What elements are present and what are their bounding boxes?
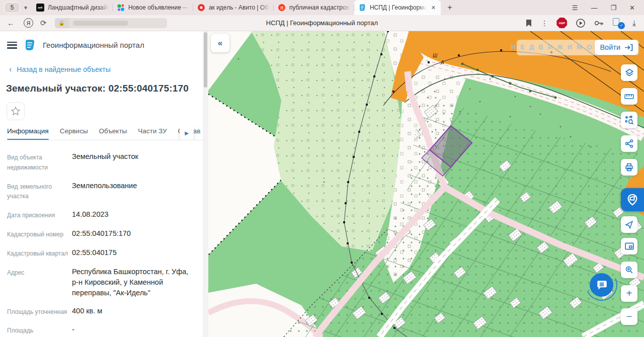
address-bar[interactable] xyxy=(69,18,167,28)
attribute-label: Кадастровый номер xyxy=(7,228,72,240)
attribute-label: Вид объекта недвижимости xyxy=(7,151,72,173)
attribute-list: Вид объекта недвижимости Земельный участ… xyxy=(0,140,203,337)
chevron-down-icon[interactable]: ▼ xyxy=(23,5,28,11)
yandex-home-icon[interactable]: Я xyxy=(24,18,33,28)
attribute-row: Кадастровый квартал 02:55:040175 xyxy=(7,247,196,259)
measure-button[interactable] xyxy=(621,88,637,105)
attribute-value: Республика Башкортостан, г. Уфа, р-н Кир… xyxy=(72,267,196,298)
attribute-value: Земельный участок xyxy=(72,151,138,173)
zoom-out-button[interactable]: − xyxy=(621,308,637,325)
attribute-row: Вид объекта недвижимости Земельный участ… xyxy=(7,151,196,173)
tab-close-icon[interactable]: ✕ xyxy=(430,5,437,11)
adblock-abp-icon[interactable]: ABP xyxy=(556,18,567,28)
tab-label: Новое объявление — Об xyxy=(128,4,189,11)
tab-counter[interactable]: 5 ▼ xyxy=(4,2,32,13)
scrollbar-thumb[interactable] xyxy=(204,32,207,88)
panel-tab-strip: Информация Сервисы Объекты Части ЗУ Сост… xyxy=(7,127,203,140)
attribute-row: Адрес Республика Башкортостан, г. Уфа, р… xyxy=(7,267,196,298)
nspd-logo-icon xyxy=(24,39,36,51)
attribute-row: Вид земельного участка Землепользование xyxy=(7,181,196,202)
cadastral-map[interactable]: Ш А xyxy=(208,31,644,337)
search-on-map-button[interactable] xyxy=(621,262,637,278)
browser-toolbar: ← Я ⟳ 🔒 НСПД | Геоинформационный портал … xyxy=(0,15,644,31)
back-icon[interactable]: ← xyxy=(7,19,15,27)
browser-tab[interactable]: anfi Ландшафтный дизайн | О ✕ xyxy=(32,0,113,15)
minimize-button[interactable]: — xyxy=(591,4,597,12)
protect-check-icon[interactable]: ✓ xyxy=(613,18,624,28)
attribute-value: - xyxy=(72,324,74,337)
login-arrow-icon xyxy=(624,44,633,51)
browser-menu-icon[interactable]: ☰ xyxy=(572,4,578,12)
tab-label: публичная кадастровая к xyxy=(289,4,350,11)
restore-button[interactable]: ❐ xyxy=(610,4,616,12)
browser-tab[interactable]: НСПД | Геоинформаци ✕ xyxy=(354,0,441,15)
feedback-pin-button[interactable] xyxy=(621,188,644,211)
browser-tab[interactable]: Я публичная кадастровая к ✕ xyxy=(274,0,354,15)
refresh-icon[interactable]: ⟳ xyxy=(40,19,47,28)
zoom-in-button[interactable]: + xyxy=(621,285,637,302)
video-play-icon[interactable] xyxy=(576,18,586,28)
chat-button[interactable] xyxy=(590,273,613,297)
locate-arrow-icon xyxy=(625,220,633,229)
attribute-label: Кадастровый квартал xyxy=(7,247,72,259)
attribute-label: Дата присвоения xyxy=(7,209,72,221)
map-pin-doc-icon xyxy=(626,194,638,206)
key-icon[interactable] xyxy=(594,20,604,27)
browser-window: 5 ▼ anfi Ландшафтный дизайн | О ✕ Новое … xyxy=(0,0,644,337)
panel-tab-0[interactable]: Информация xyxy=(7,127,49,135)
attribute-row: Кадастровый номер 02:55:040175:170 xyxy=(7,228,196,240)
parcel-title: Земельный участок: 02:55:040175:170 xyxy=(6,83,196,94)
info-panel: Геоинформационный портал ‹ Назад в найде… xyxy=(0,31,203,337)
panel-tab-1[interactable]: Сервисы xyxy=(60,127,88,135)
attribute-value: 14.08.2023 xyxy=(72,209,109,221)
attribute-value: 02:55:040175 xyxy=(72,247,117,259)
tab-label: ак идель - Авито | Объяв xyxy=(209,4,270,11)
browser-tab[interactable]: ак идель - Авито | Объяв ✕ xyxy=(193,0,274,15)
tab-label: НСПД | Геоинформаци xyxy=(370,4,427,11)
panel-scrollbar[interactable] xyxy=(203,31,208,337)
attribute-value: 400 кв. м xyxy=(72,306,102,317)
layers-button[interactable] xyxy=(621,64,637,81)
polygon-search-button[interactable] xyxy=(621,112,637,128)
chevron-left-icon: ‹ xyxy=(9,65,12,74)
search-pin-icon xyxy=(625,266,633,274)
tab-counter-badge[interactable]: 5 xyxy=(4,2,20,13)
polygon-search-icon xyxy=(625,116,634,125)
login-button[interactable]: Войти xyxy=(595,40,638,55)
favorite-star-button[interactable] xyxy=(7,102,25,120)
browser-tab[interactable]: Новое объявление — Об ✕ xyxy=(113,0,193,15)
minimap-button[interactable] xyxy=(621,238,637,255)
chat-bubble-icon xyxy=(595,279,608,292)
back-to-results-link[interactable]: ‹ Назад в найденные объекты xyxy=(9,65,196,74)
panel-tab-3[interactable]: Части ЗУ xyxy=(138,127,167,135)
tab-label: Ландшафтный дизайн | О xyxy=(48,4,109,11)
share-button[interactable] xyxy=(621,135,637,152)
attribute-value: 02:55:040175:170 xyxy=(72,228,131,240)
star-icon xyxy=(11,106,21,116)
layers-icon xyxy=(625,68,634,77)
close-button[interactable]: ✕ xyxy=(629,4,635,12)
tabs-scroll-right-button[interactable]: ▶ xyxy=(180,127,194,140)
extensions-dots-icon[interactable]: ⋮ xyxy=(541,19,548,27)
bookmark-icon[interactable] xyxy=(525,19,532,27)
download-icon[interactable]: ⤓ xyxy=(632,19,636,28)
attribute-label: Вид земельного участка xyxy=(7,181,72,202)
print-icon xyxy=(625,163,633,172)
menu-hamburger-icon[interactable] xyxy=(7,42,17,49)
browser-tab-bar: 5 ▼ anfi Ландшафтный дизайн | О ✕ Новое … xyxy=(0,0,644,15)
svg-text:Я: Я xyxy=(280,6,284,11)
attribute-row: Площадь уточненная 400 кв. м xyxy=(7,306,196,317)
print-button[interactable] xyxy=(621,159,637,176)
attribute-label: Площадь декларированная xyxy=(7,324,72,337)
minimap-icon xyxy=(625,242,634,250)
new-tab-button[interactable]: + xyxy=(444,2,456,14)
collapse-panel-button[interactable]: « xyxy=(211,34,229,52)
map-canvas[interactable]: Ш А xyxy=(208,31,644,337)
share-icon xyxy=(625,139,633,148)
locate-button[interactable] xyxy=(621,216,637,233)
attribute-row: Дата присвоения 14.08.2023 xyxy=(7,209,196,221)
window-controls: ☰ — ❐ ✕ xyxy=(572,4,644,12)
panel-tab-2[interactable]: Объекты xyxy=(99,127,127,135)
ruler-icon xyxy=(624,93,634,100)
lock-icon[interactable]: 🔒 xyxy=(55,18,69,28)
